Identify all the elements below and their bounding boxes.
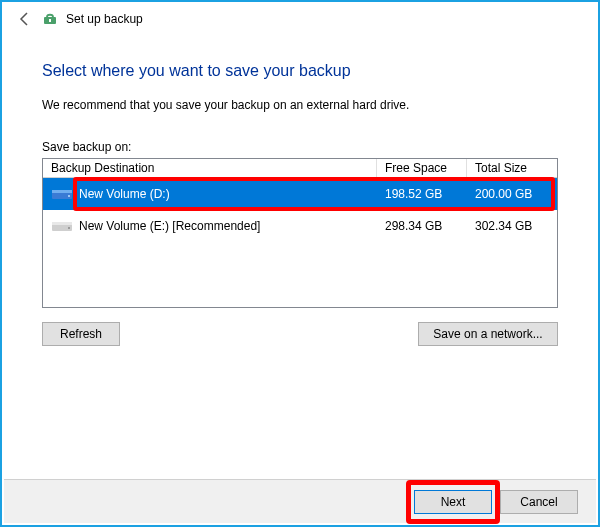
list-rows: New Volume (D:) 198.52 GB 200.00 GB New … — [43, 178, 557, 242]
col-free-space[interactable]: Free Space — [377, 159, 467, 177]
col-destination[interactable]: Backup Destination — [43, 159, 377, 177]
destination-total: 302.34 GB — [467, 219, 557, 233]
refresh-button[interactable]: Refresh — [42, 322, 120, 346]
destination-free: 298.34 GB — [377, 219, 467, 233]
mid-button-row: Refresh Save on a network... — [42, 322, 558, 346]
list-item[interactable]: New Volume (D:) 198.52 GB 200.00 GB — [43, 178, 557, 210]
svg-point-7 — [68, 227, 70, 229]
list-item[interactable]: New Volume (E:) [Recommended] 298.34 GB … — [43, 210, 557, 242]
list-label: Save backup on: — [42, 140, 558, 154]
svg-rect-6 — [52, 222, 72, 225]
footer-bar: Next Cancel — [4, 479, 596, 523]
destination-total: 200.00 GB — [467, 187, 557, 201]
destination-name: New Volume (D:) — [79, 187, 377, 201]
svg-rect-1 — [49, 19, 51, 22]
content-area: Select where you want to save your backu… — [2, 32, 598, 346]
svg-rect-3 — [52, 190, 72, 193]
svg-point-4 — [68, 195, 70, 197]
destination-name: New Volume (E:) [Recommended] — [79, 219, 377, 233]
next-button[interactable]: Next — [414, 490, 492, 514]
list-header: Backup Destination Free Space Total Size — [43, 159, 557, 178]
col-total-size[interactable]: Total Size — [467, 159, 557, 177]
backup-wizard-icon — [42, 11, 58, 27]
window-title: Set up backup — [66, 12, 143, 26]
page-heading: Select where you want to save your backu… — [42, 62, 558, 80]
cancel-button[interactable]: Cancel — [500, 490, 578, 514]
titlebar: Set up backup — [2, 2, 598, 32]
back-arrow-icon[interactable] — [16, 10, 34, 28]
drive-icon — [49, 216, 75, 236]
save-network-button[interactable]: Save on a network... — [418, 322, 558, 346]
destination-free: 198.52 GB — [377, 187, 467, 201]
recommendation-text: We recommend that you save your backup o… — [42, 98, 558, 112]
next-highlight: Next — [414, 490, 492, 514]
drive-icon — [49, 184, 75, 204]
destination-list[interactable]: Backup Destination Free Space Total Size… — [42, 158, 558, 308]
